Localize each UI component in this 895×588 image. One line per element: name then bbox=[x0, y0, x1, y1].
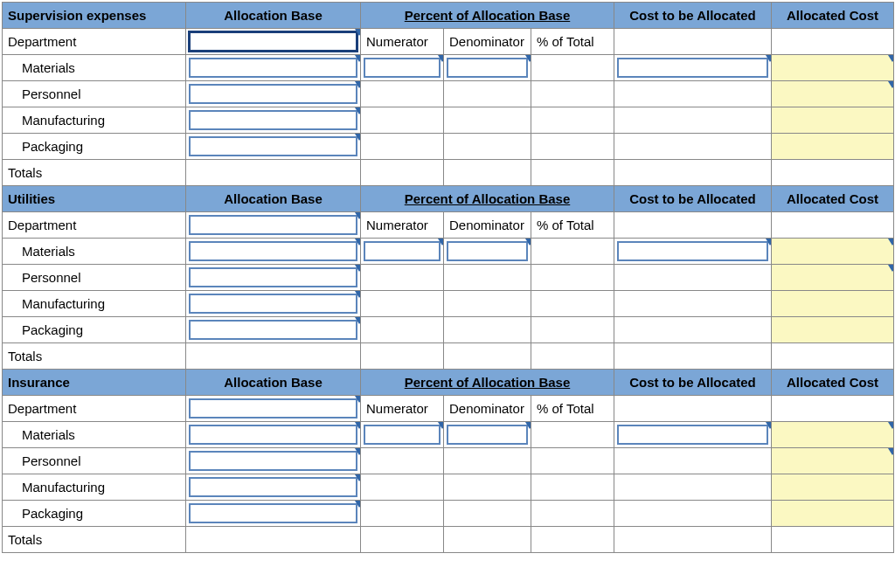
allocation-base-dropdown[interactable] bbox=[186, 107, 361, 134]
totals-cell bbox=[361, 527, 444, 553]
row-personnel-label-text: Personnel bbox=[22, 86, 81, 101]
subhdr-numerator: Numerator bbox=[361, 29, 444, 55]
cost-to-be-allocated-cell bbox=[614, 474, 772, 501]
allocated-cost-cell bbox=[772, 265, 894, 291]
subhdr-denominator-text: Denominator bbox=[449, 218, 524, 232]
dropdown-marker-icon bbox=[355, 134, 361, 141]
dropdown-marker-icon bbox=[888, 81, 894, 88]
cost-to-be-allocated-cell[interactable] bbox=[614, 422, 772, 448]
numerator-cell bbox=[361, 317, 444, 343]
numerator-cell bbox=[361, 474, 444, 501]
allocated-cost-cell bbox=[772, 134, 894, 160]
allocation-base-dropdown[interactable] bbox=[186, 501, 361, 527]
hdr-percent-alloc-base-text: Percent of Allocation Base bbox=[405, 8, 571, 23]
denominator-cell[interactable] bbox=[444, 239, 531, 265]
hdr-allocated-cost-text: Allocated Cost bbox=[787, 375, 878, 390]
section-title: Supervision expenses bbox=[3, 3, 186, 29]
totals-cell bbox=[531, 527, 614, 553]
numerator-cell bbox=[361, 291, 444, 317]
cost-to-be-allocated-cell bbox=[614, 396, 772, 422]
dropdown-marker-icon bbox=[355, 212, 361, 219]
denominator-cell bbox=[444, 501, 531, 527]
dropdown-marker-icon bbox=[355, 291, 361, 298]
pct-of-total-cell bbox=[531, 317, 614, 343]
denominator-cell bbox=[444, 317, 531, 343]
allocation-base-dropdown[interactable] bbox=[186, 265, 361, 291]
totals-cell bbox=[361, 343, 444, 370]
dropdown-marker-icon bbox=[888, 265, 894, 272]
allocation-base-dropdown[interactable] bbox=[186, 81, 361, 107]
hdr-percent-alloc-base-text: Percent of Allocation Base bbox=[405, 375, 571, 390]
pct-of-total-cell bbox=[531, 448, 614, 474]
dropdown-marker-icon bbox=[355, 422, 361, 429]
allocation-base-dropdown[interactable] bbox=[186, 212, 361, 239]
subhdr-numerator-text: Numerator bbox=[366, 401, 428, 416]
dropdown-marker-icon bbox=[355, 55, 361, 62]
cost-to-be-allocated-cell bbox=[614, 134, 772, 160]
dropdown-marker-icon bbox=[355, 239, 361, 246]
row-materials-label-text: Materials bbox=[22, 244, 75, 259]
denominator-cell[interactable] bbox=[444, 55, 531, 81]
subhdr-denominator-text: Denominator bbox=[449, 401, 524, 416]
allocation-base-dropdown[interactable] bbox=[186, 55, 361, 81]
allocation-base-dropdown[interactable] bbox=[186, 422, 361, 448]
cost-to-be-allocated-cell[interactable] bbox=[614, 55, 772, 81]
pct-of-total-cell bbox=[531, 501, 614, 527]
numerator-cell bbox=[361, 448, 444, 474]
denominator-cell bbox=[444, 291, 531, 317]
row-packaging-label: Packaging bbox=[3, 134, 186, 160]
allocated-cost-cell bbox=[772, 29, 894, 55]
allocation-base-dropdown[interactable] bbox=[186, 239, 361, 265]
dropdown-marker-icon bbox=[355, 501, 361, 508]
cost-to-be-allocated-cell bbox=[614, 291, 772, 317]
subhdr-numerator: Numerator bbox=[361, 212, 444, 239]
allocation-base-dropdown[interactable] bbox=[186, 448, 361, 474]
row-totals-label: Totals bbox=[3, 527, 186, 553]
cost-to-be-allocated-cell bbox=[614, 501, 772, 527]
hdr-allocated-cost-text: Allocated Cost bbox=[787, 191, 878, 206]
allocated-cost-cell bbox=[772, 448, 894, 474]
allocation-base-dropdown[interactable] bbox=[186, 29, 361, 55]
totals-cell bbox=[614, 160, 772, 186]
dropdown-marker-icon bbox=[766, 422, 772, 429]
row-personnel-label-text: Personnel bbox=[22, 453, 81, 468]
allocation-base-dropdown[interactable] bbox=[186, 396, 361, 422]
cost-to-be-allocated-cell bbox=[614, 317, 772, 343]
dropdown-marker-icon bbox=[766, 239, 772, 246]
row-materials-label-text: Materials bbox=[22, 60, 75, 75]
dropdown-marker-icon bbox=[355, 396, 361, 403]
row-manufacturing-label: Manufacturing bbox=[3, 474, 186, 501]
numerator-cell[interactable] bbox=[361, 422, 444, 448]
hdr-allocation-base-text: Allocation Base bbox=[224, 375, 323, 390]
dropdown-marker-icon bbox=[888, 448, 894, 455]
pct-of-total-cell bbox=[531, 239, 614, 265]
hdr-cost-to-be-allocated-text: Cost to be Allocated bbox=[629, 191, 755, 206]
hdr-percent-alloc-base: Percent of Allocation Base bbox=[361, 186, 614, 212]
hdr-cost-to-be-allocated: Cost to be Allocated bbox=[614, 3, 772, 29]
allocation-base-dropdown[interactable] bbox=[186, 134, 361, 160]
row-totals-label: Totals bbox=[3, 343, 186, 370]
numerator-cell[interactable] bbox=[361, 55, 444, 81]
cost-to-be-allocated-cell[interactable] bbox=[614, 239, 772, 265]
row-personnel-label: Personnel bbox=[3, 265, 186, 291]
totals-cell bbox=[614, 343, 772, 370]
dropdown-marker-icon bbox=[888, 55, 894, 62]
totals-cell bbox=[772, 527, 894, 553]
allocation-base-dropdown[interactable] bbox=[186, 291, 361, 317]
pct-of-total-cell bbox=[531, 81, 614, 107]
allocation-base-dropdown[interactable] bbox=[186, 317, 361, 343]
row-packaging-label-text: Packaging bbox=[22, 506, 83, 521]
row-manufacturing-label: Manufacturing bbox=[3, 291, 186, 317]
section-title: Utilities bbox=[3, 186, 186, 212]
allocation-base-dropdown[interactable] bbox=[186, 474, 361, 501]
numerator-cell[interactable] bbox=[361, 239, 444, 265]
denominator-cell bbox=[444, 134, 531, 160]
hdr-allocated-cost: Allocated Cost bbox=[772, 3, 894, 29]
allocation-table: Supervision expensesAllocation BasePerce… bbox=[2, 2, 894, 553]
row-department-label-text: Department bbox=[8, 34, 76, 49]
denominator-cell[interactable] bbox=[444, 422, 531, 448]
hdr-cost-to-be-allocated-text: Cost to be Allocated bbox=[629, 8, 755, 23]
subhdr-pct-of-total-text: % of Total bbox=[537, 218, 594, 232]
totals-cell bbox=[531, 160, 614, 186]
totals-cell bbox=[614, 527, 772, 553]
